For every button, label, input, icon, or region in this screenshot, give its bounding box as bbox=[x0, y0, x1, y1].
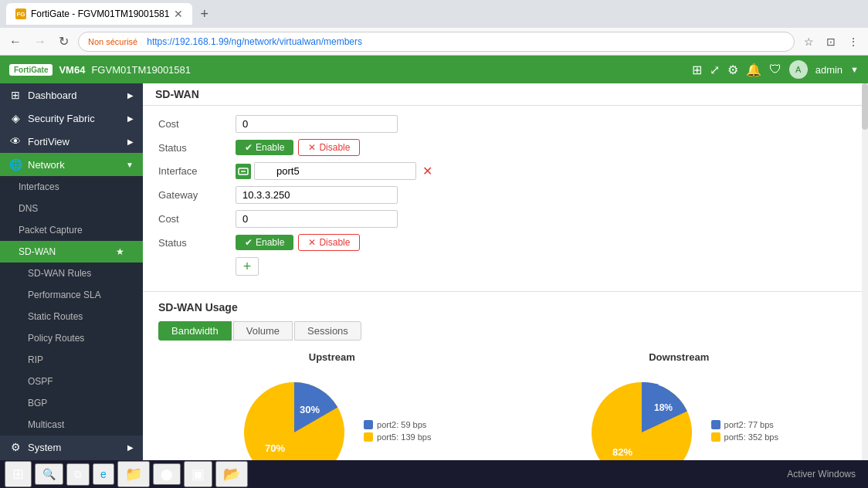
terminal-taskbar-btn[interactable]: ▣ bbox=[184, 461, 212, 487]
sidebar-item-dashboard[interactable]: ⊞ Dashboard ▶ bbox=[0, 83, 143, 107]
edge-btn[interactable]: e bbox=[93, 463, 114, 485]
sidebar-item-dns[interactable]: DNS bbox=[0, 198, 143, 219]
tab-volume[interactable]: Volume bbox=[233, 321, 293, 341]
reload-btn[interactable]: ↻ bbox=[56, 31, 72, 52]
tab-bandwidth[interactable]: Bandwidth bbox=[158, 321, 232, 341]
sidebar-item-static-routes[interactable]: Static Routes bbox=[0, 306, 143, 327]
sidebar-item-ospf[interactable]: OSPF bbox=[0, 371, 143, 392]
interface-select-wrapper: port5 port2 port1 ✕ bbox=[236, 162, 432, 180]
form-section: Cost Status ✔ Enable ✕ Disable Interface bbox=[143, 106, 868, 292]
tab-close-btn[interactable]: ✕ bbox=[174, 8, 183, 20]
url-bar[interactable]: Non sécurisé https://192.168.1.99/ng/net… bbox=[78, 32, 795, 52]
disable-btn-1[interactable]: ✕ Disable bbox=[298, 139, 360, 156]
fortigate-model: VM64 bbox=[59, 64, 85, 76]
sidebar-item-security-fabric[interactable]: ◈ Security Fabric ▶ bbox=[0, 107, 143, 130]
downstream-port5-label: port5: 352 bps bbox=[724, 432, 778, 442]
enable-btn-2[interactable]: ✔ Enable bbox=[236, 235, 293, 250]
shield-btn[interactable]: 🛡 bbox=[769, 63, 782, 76]
svg-text:18%: 18% bbox=[654, 402, 673, 413]
downstream-legend-port5: port5: 352 bps bbox=[711, 432, 778, 442]
static-routes-label: Static Routes bbox=[28, 311, 83, 322]
sidebar-label-dashboard: Dashboard bbox=[28, 90, 77, 101]
browser-chrome: FG FortiGate - FGVM01TM19001581 ✕ + bbox=[0, 0, 868, 28]
rip-label: RIP bbox=[28, 354, 43, 365]
sidebar-item-system[interactable]: ⚙ System ▶ bbox=[0, 435, 143, 459]
menu-btn[interactable]: ⋮ bbox=[845, 32, 862, 51]
settings-btn[interactable]: ⚙ bbox=[727, 63, 738, 77]
sidebar-label-network: Network bbox=[28, 159, 65, 171]
disable-text-1: Disable bbox=[319, 142, 350, 153]
fortigate-header: FortiGate VM64 FGVM01TM19001581 ⊞ ⤢ ⚙ 🔔 … bbox=[0, 56, 868, 83]
browser-tab[interactable]: FG FortiGate - FGVM01TM19001581 ✕ bbox=[6, 3, 192, 25]
forward-btn[interactable]: → bbox=[31, 32, 49, 52]
cost-input-2[interactable] bbox=[236, 210, 398, 228]
interfaces-label: Interfaces bbox=[19, 181, 59, 192]
folder-btn[interactable]: 📁 bbox=[117, 461, 150, 487]
cost-input-1[interactable] bbox=[236, 115, 398, 133]
sdwan-usage-section: SD-WAN Usage Bandwidth Volume Sessions U… bbox=[143, 292, 868, 488]
favicon: FG bbox=[15, 8, 26, 19]
sidebar-label-system: System bbox=[28, 442, 61, 453]
terminal-btn[interactable]: ⊞ bbox=[692, 63, 702, 77]
downstream-legend-port2: port2: 77 bps bbox=[711, 420, 778, 429]
dns-label: DNS bbox=[19, 203, 38, 214]
upstream-legend-port2: port2: 59 bps bbox=[364, 420, 431, 429]
upstream-legend: port2: 59 bps port5: 139 bps bbox=[364, 420, 431, 445]
search-taskbar-btn[interactable]: 🔍 bbox=[35, 463, 63, 485]
gateway-input[interactable] bbox=[236, 186, 398, 204]
status-row-1: Status ✔ Enable ✕ Disable bbox=[158, 139, 853, 156]
files-btn[interactable]: 📂 bbox=[215, 461, 248, 487]
sidebar-item-sd-wan[interactable]: SD-WAN ★ bbox=[0, 241, 143, 263]
start-btn[interactable]: ⊞ bbox=[5, 461, 32, 487]
upstream-port5-label: port5: 139 bps bbox=[377, 432, 431, 442]
performance-sla-label: Performance SLA bbox=[28, 290, 101, 300]
upstream-port2-label: port2: 59 bps bbox=[377, 420, 426, 429]
sidebar-label-security-fabric: Security Fabric bbox=[28, 113, 95, 124]
interface-clear-btn[interactable]: ✕ bbox=[422, 164, 432, 178]
sidebar-item-interfaces[interactable]: Interfaces bbox=[0, 176, 143, 198]
expand-btn[interactable]: ⤢ bbox=[710, 63, 720, 77]
upstream-legend-port5: port5: 139 bps bbox=[364, 432, 431, 442]
user-menu-btn[interactable]: ▼ bbox=[850, 65, 859, 74]
sidebar-label-fortiview: FortiView bbox=[28, 136, 70, 147]
sidebar-item-sd-wan-rules[interactable]: SD-WAN Rules bbox=[0, 263, 143, 284]
sd-wan-label: SD-WAN bbox=[19, 246, 116, 257]
scroll-thumb[interactable] bbox=[862, 83, 868, 130]
cost-row-1: Cost bbox=[158, 115, 853, 133]
system-icon: ⚙ bbox=[9, 441, 22, 453]
downstream-port5-color bbox=[711, 432, 721, 442]
scrollbar[interactable] bbox=[862, 83, 868, 488]
svg-text:82%: 82% bbox=[612, 446, 632, 458]
enable-icon-1: ✔ bbox=[245, 142, 253, 153]
interface-select[interactable]: port5 port2 port1 bbox=[254, 162, 416, 180]
enable-btn-1[interactable]: ✔ Enable bbox=[236, 140, 293, 155]
cost-label-1: Cost bbox=[158, 118, 236, 130]
bookmark-btn[interactable]: ☆ bbox=[801, 32, 817, 51]
chrome-btn[interactable]: ⬤ bbox=[153, 463, 181, 485]
extension-btn[interactable]: ⊡ bbox=[823, 32, 839, 51]
task-view-btn[interactable]: ⧉ bbox=[66, 463, 90, 486]
interface-svg-icon bbox=[238, 166, 249, 177]
interface-icon bbox=[236, 164, 251, 179]
fortigate-logo: FortiGate bbox=[9, 64, 53, 76]
tab-sessions[interactable]: Sessions bbox=[294, 321, 361, 341]
cost-label-2: Cost bbox=[158, 213, 236, 225]
add-member-btn[interactable]: + bbox=[236, 257, 259, 276]
activate-windows-text: Activer Windows bbox=[251, 469, 863, 480]
new-tab-btn[interactable]: + bbox=[197, 6, 212, 22]
back-btn[interactable]: ← bbox=[6, 32, 25, 52]
ospf-label: OSPF bbox=[28, 376, 53, 387]
sidebar-item-rip[interactable]: RIP bbox=[0, 349, 143, 371]
status-label-1: Status bbox=[158, 142, 236, 154]
sidebar-item-policy-routes[interactable]: Policy Routes bbox=[0, 327, 143, 349]
sidebar-item-network[interactable]: 🌐 Network ▼ bbox=[0, 153, 143, 176]
sidebar-item-packet-capture[interactable]: Packet Capture bbox=[0, 219, 143, 241]
bell-btn[interactable]: 🔔 bbox=[746, 63, 761, 77]
sidebar-item-fortiview[interactable]: 👁 FortiView ▶ bbox=[0, 130, 143, 153]
enable-text-2: Enable bbox=[256, 237, 284, 248]
sidebar-item-bgp[interactable]: BGP bbox=[0, 392, 143, 414]
sidebar-item-performance-sla[interactable]: Performance SLA bbox=[0, 284, 143, 306]
sidebar-item-multicast[interactable]: Multicast bbox=[0, 414, 143, 435]
fortiview-icon: 👁 bbox=[9, 135, 22, 147]
disable-btn-2[interactable]: ✕ Disable bbox=[298, 234, 360, 251]
